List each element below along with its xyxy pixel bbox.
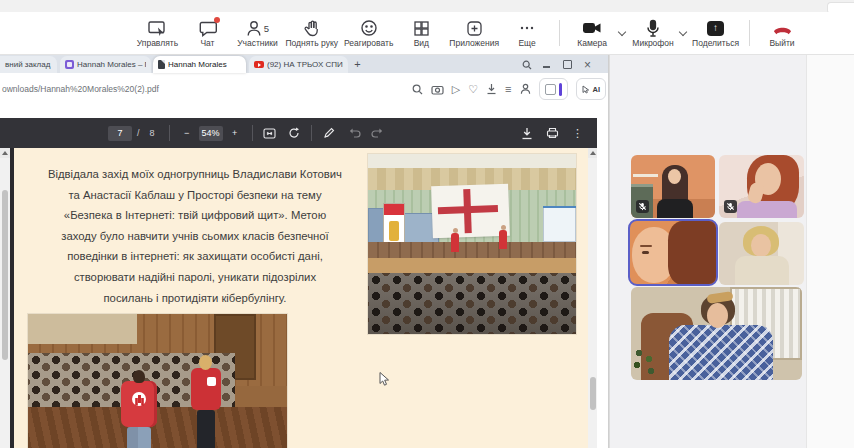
left-scrollbar[interactable] xyxy=(0,148,10,448)
zoom-in-button[interactable]: + xyxy=(227,123,243,143)
zoom-out-button[interactable]: − xyxy=(179,123,195,143)
left-scrollbar-thumb[interactable] xyxy=(2,190,8,360)
tab-presentation[interactable]: Hannah Morales – Презе xyxy=(60,56,151,73)
chat-label: Чат xyxy=(200,39,214,48)
slide-line: поведінки в інтернеті: як захищати особи… xyxy=(16,246,374,267)
ai-cursor-icon xyxy=(582,85,590,94)
participants-label: Участники xyxy=(237,39,278,48)
tab-youtube[interactable]: (92) НА ТРЬОХ СПИЦЯХ | xyxy=(249,56,348,73)
view-label: Вид xyxy=(414,39,429,48)
document-favicon xyxy=(158,60,165,69)
raise-hand-button[interactable]: Поднять руку xyxy=(285,14,338,52)
chat-icon xyxy=(198,19,217,38)
pdf-toolbar: 7 / 8 − 54% + xyxy=(0,118,597,148)
participant-video-1[interactable] xyxy=(631,155,715,218)
pdf-more-menu[interactable]: ⋮ xyxy=(572,127,583,140)
pdf-page: Відвідала захід моїх одногрупниць Владис… xyxy=(14,148,588,448)
participant-video-5[interactable] xyxy=(631,287,802,380)
share-up-icon: ↑ xyxy=(707,21,724,36)
projection-screen xyxy=(543,206,576,242)
meeting-toolbar: Управлять Чат 5 Участники xyxy=(0,12,854,55)
downloads-icon[interactable] xyxy=(486,83,497,95)
reading-list-icon[interactable]: ≡ xyxy=(505,84,511,95)
mic-muted-icon xyxy=(724,200,737,213)
pdf-page-total: 8 xyxy=(150,128,155,138)
share-label: Поделиться xyxy=(692,39,739,48)
slide-photo-volunteers xyxy=(28,314,287,448)
mic-button[interactable]: Микрофон xyxy=(631,14,675,52)
toolbar-separator xyxy=(749,20,750,46)
camera-chevron-icon[interactable] xyxy=(618,27,626,35)
mic-chevron-icon[interactable] xyxy=(679,27,687,35)
url-text[interactable]: ownloads/Hannah%20Morales%20(2).pdf xyxy=(2,84,159,94)
rotate-button[interactable] xyxy=(286,123,302,143)
browser-window: вний заклад «Пів.. Hannah Morales – През… xyxy=(0,55,609,448)
react-label: Реагировать xyxy=(344,39,393,48)
profile-icon[interactable] xyxy=(520,83,531,95)
browser-search-button[interactable] xyxy=(518,57,535,72)
fit-page-button[interactable] xyxy=(262,123,278,143)
mic-label: Микрофон xyxy=(632,39,673,48)
pdf-download-button[interactable] xyxy=(521,127,533,140)
ai-label: AI xyxy=(593,85,601,94)
pdf-scrollbar-thumb[interactable] xyxy=(590,377,596,410)
slide-paragraph: Відвідала захід моїх одногрупниць Владис… xyxy=(16,164,374,308)
slide-line: Відвідала захід моїх одногрупниць Владис… xyxy=(16,164,374,185)
participant-video-2[interactable] xyxy=(719,155,804,218)
close-button[interactable]: × xyxy=(579,57,596,72)
presenter-figure xyxy=(451,233,459,252)
annotate-pen-button[interactable] xyxy=(321,123,337,143)
share-button[interactable]: ↑ Поделиться xyxy=(692,14,739,52)
apps-button[interactable]: Приложения xyxy=(449,14,499,52)
new-tab-button[interactable]: + xyxy=(351,58,364,71)
red-cross-volunteer xyxy=(189,355,223,448)
manage-label: Управлять xyxy=(137,39,178,48)
undo-button xyxy=(347,123,363,143)
react-button[interactable]: Реагировать xyxy=(344,14,393,52)
pdf-scrollbar[interactable] xyxy=(588,148,597,448)
snapshot-camera-icon[interactable] xyxy=(431,84,444,95)
panel-margin xyxy=(806,55,854,448)
tab-pdf-active[interactable]: Hannah Morales xyxy=(153,56,246,73)
view-button[interactable]: Вид xyxy=(399,14,443,52)
ai-button[interactable]: AI xyxy=(576,78,607,100)
camera-icon xyxy=(582,19,602,38)
slide-photo-assembly-hall xyxy=(368,154,576,334)
scroll-up-arrow[interactable] xyxy=(588,148,597,158)
extensions-button[interactable] xyxy=(539,78,568,100)
slide-line: заходу було навчити учнів сьомих класів … xyxy=(16,226,374,247)
participants-count: 5 xyxy=(264,23,269,34)
minimize-button[interactable] xyxy=(538,57,555,72)
zoom-level[interactable]: 54% xyxy=(199,126,223,141)
pdf-page-current[interactable]: 7 xyxy=(108,126,132,141)
red-cross-volunteer xyxy=(121,370,157,448)
participants-panel xyxy=(609,55,854,448)
bookmark-heart-icon[interactable]: ♡ xyxy=(468,84,478,95)
react-smiley-icon xyxy=(360,19,378,38)
manage-button[interactable]: Управлять xyxy=(135,14,179,52)
toolbar-separator xyxy=(559,20,560,46)
presentation-favicon xyxy=(65,60,74,69)
more-button[interactable]: Еще xyxy=(505,14,549,52)
slide-line: «Безпека в Інтернеті: твій цифровий щит»… xyxy=(16,205,374,226)
pdf-print-button[interactable] xyxy=(546,127,559,139)
tab-school-site[interactable]: вний заклад «Пів.. xyxy=(0,56,57,73)
media-player-icon[interactable]: ▷ xyxy=(452,84,460,95)
leave-button[interactable]: Выйти xyxy=(760,14,804,52)
camera-label: Камера xyxy=(577,39,607,48)
maximize-button[interactable] xyxy=(559,57,576,72)
camera-button[interactable]: Камера xyxy=(570,14,614,52)
minimize-icon xyxy=(543,66,550,67)
chat-button[interactable]: Чат xyxy=(185,14,229,52)
redo-button xyxy=(369,123,385,143)
youtube-favicon xyxy=(254,61,264,68)
red-cross-flag xyxy=(432,183,511,238)
raise-hand-label: Поднять руку xyxy=(285,39,338,48)
extension-cube-icon xyxy=(545,84,556,95)
participant-video-4[interactable] xyxy=(719,222,804,285)
extension-indicator xyxy=(559,83,562,96)
scroll-up-arrow[interactable] xyxy=(0,148,10,158)
participants-button[interactable]: 5 Участники xyxy=(235,14,279,52)
zoom-page-icon[interactable] xyxy=(412,84,423,95)
participant-video-3-active[interactable] xyxy=(628,219,718,286)
